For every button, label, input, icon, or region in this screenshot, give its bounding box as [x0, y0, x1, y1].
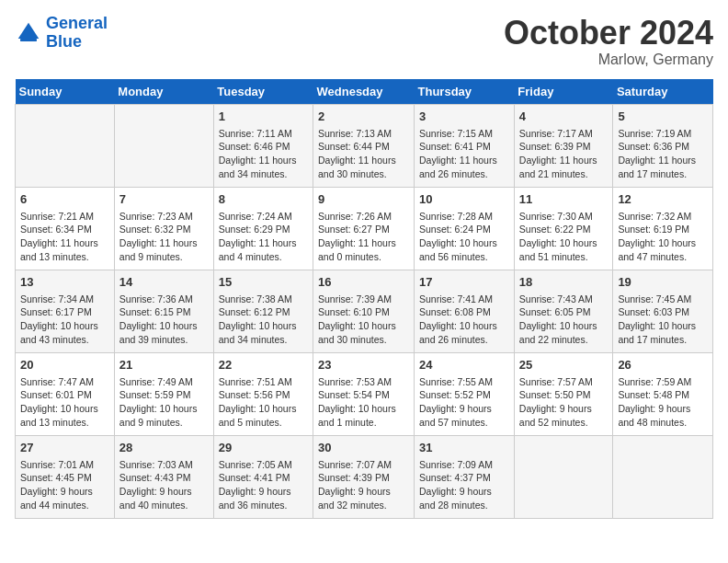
title-block: October 2024 Marlow, Germany — [504, 15, 713, 68]
day-number: 13 — [20, 274, 109, 291]
logo: General Blue — [15, 15, 108, 52]
cell-info: Sunrise: 7:03 AMSunset: 4:43 PMDaylight:… — [119, 458, 209, 512]
calendar-cell: 30 Sunrise: 7:07 AMSunset: 4:39 PMDaylig… — [313, 435, 415, 518]
calendar-cell: 5 Sunrise: 7:19 AMSunset: 6:36 PMDayligh… — [613, 104, 713, 187]
cell-info: Sunrise: 7:47 AMSunset: 6:01 PMDaylight:… — [20, 375, 109, 430]
location: Marlow, Germany — [504, 52, 713, 68]
calendar-cell: 26 Sunrise: 7:59 AMSunset: 5:48 PMDaylig… — [613, 352, 713, 435]
day-number: 22 — [219, 357, 308, 373]
cell-info: Sunrise: 7:59 AMSunset: 5:48 PMDaylight:… — [618, 375, 708, 430]
cell-info: Sunrise: 7:34 AMSunset: 6:17 PMDaylight:… — [20, 293, 109, 347]
day-number: 24 — [419, 357, 509, 373]
calendar-cell: 22 Sunrise: 7:51 AMSunset: 5:56 PMDaylig… — [213, 352, 313, 435]
cell-info: Sunrise: 7:11 AMSunset: 6:46 PMDaylight:… — [219, 127, 308, 181]
calendar-cell: 17 Sunrise: 7:41 AMSunset: 6:08 PMDaylig… — [415, 270, 515, 352]
day-number: 28 — [119, 440, 209, 456]
day-number: 8 — [219, 191, 308, 208]
day-number: 2 — [318, 109, 409, 125]
cell-info: Sunrise: 7:41 AMSunset: 6:08 PMDaylight:… — [419, 293, 509, 347]
calendar-cell: 18 Sunrise: 7:43 AMSunset: 6:05 PMDaylig… — [514, 270, 613, 352]
calendar-cell: 9 Sunrise: 7:26 AMSunset: 6:27 PMDayligh… — [313, 187, 415, 270]
day-number: 31 — [419, 440, 509, 456]
cell-info: Sunrise: 7:38 AMSunset: 6:12 PMDaylight:… — [219, 293, 308, 347]
calendar-week-row: 27 Sunrise: 7:01 AMSunset: 4:45 PMDaylig… — [16, 435, 713, 518]
cell-info: Sunrise: 7:01 AMSunset: 4:45 PMDaylight:… — [20, 458, 109, 512]
calendar-cell — [16, 104, 115, 187]
day-number: 19 — [618, 274, 708, 291]
cell-info: Sunrise: 7:24 AMSunset: 6:29 PMDaylight:… — [219, 210, 308, 264]
calendar-cell: 23 Sunrise: 7:53 AMSunset: 5:54 PMDaylig… — [313, 352, 415, 435]
cell-info: Sunrise: 7:19 AMSunset: 6:36 PMDaylight:… — [618, 127, 708, 181]
day-number: 14 — [119, 274, 209, 291]
calendar-cell: 25 Sunrise: 7:57 AMSunset: 5:50 PMDaylig… — [514, 352, 613, 435]
calendar-cell: 11 Sunrise: 7:30 AMSunset: 6:22 PMDaylig… — [514, 187, 613, 270]
cell-info: Sunrise: 7:09 AMSunset: 4:37 PMDaylight:… — [419, 458, 509, 512]
calendar-cell: 1 Sunrise: 7:11 AMSunset: 6:46 PMDayligh… — [213, 104, 313, 187]
calendar-cell: 4 Sunrise: 7:17 AMSunset: 6:39 PMDayligh… — [514, 104, 613, 187]
cell-info: Sunrise: 7:53 AMSunset: 5:54 PMDaylight:… — [318, 375, 409, 430]
svg-marker-0 — [18, 23, 40, 39]
day-number: 17 — [419, 274, 509, 291]
day-number: 29 — [219, 440, 308, 456]
calendar-cell: 31 Sunrise: 7:09 AMSunset: 4:37 PMDaylig… — [415, 435, 515, 518]
svg-rect-1 — [20, 39, 37, 41]
cell-info: Sunrise: 7:55 AMSunset: 5:52 PMDaylight:… — [419, 375, 509, 430]
calendar-cell — [613, 435, 713, 518]
cell-info: Sunrise: 7:13 AMSunset: 6:44 PMDaylight:… — [318, 127, 409, 181]
day-number: 1 — [219, 109, 308, 125]
day-number: 18 — [519, 274, 609, 291]
calendar-cell: 14 Sunrise: 7:36 AMSunset: 6:15 PMDaylig… — [114, 270, 213, 352]
day-number: 7 — [119, 191, 209, 208]
calendar-week-row: 1 Sunrise: 7:11 AMSunset: 6:46 PMDayligh… — [16, 104, 713, 187]
day-number: 6 — [20, 191, 109, 208]
logo-icon — [15, 19, 42, 47]
day-header: Saturday — [613, 79, 713, 105]
calendar-cell: 21 Sunrise: 7:49 AMSunset: 5:59 PMDaylig… — [114, 352, 213, 435]
cell-info: Sunrise: 7:39 AMSunset: 6:10 PMDaylight:… — [318, 293, 409, 347]
header-row: SundayMondayTuesdayWednesdayThursdayFrid… — [16, 79, 713, 105]
calendar-cell: 6 Sunrise: 7:21 AMSunset: 6:34 PMDayligh… — [16, 187, 115, 270]
calendar-cell: 24 Sunrise: 7:55 AMSunset: 5:52 PMDaylig… — [415, 352, 515, 435]
day-number: 30 — [318, 440, 409, 456]
cell-info: Sunrise: 7:30 AMSunset: 6:22 PMDaylight:… — [519, 210, 609, 264]
day-number: 25 — [519, 357, 609, 373]
day-number: 11 — [519, 191, 609, 208]
calendar-cell: 3 Sunrise: 7:15 AMSunset: 6:41 PMDayligh… — [415, 104, 515, 187]
calendar-cell: 29 Sunrise: 7:05 AMSunset: 4:41 PMDaylig… — [213, 435, 313, 518]
cell-info: Sunrise: 7:32 AMSunset: 6:19 PMDaylight:… — [618, 210, 708, 264]
calendar-cell: 2 Sunrise: 7:13 AMSunset: 6:44 PMDayligh… — [313, 104, 415, 187]
day-header: Monday — [114, 79, 213, 105]
calendar-cell: 13 Sunrise: 7:34 AMSunset: 6:17 PMDaylig… — [16, 270, 115, 352]
cell-info: Sunrise: 7:21 AMSunset: 6:34 PMDaylight:… — [20, 210, 109, 264]
cell-info: Sunrise: 7:57 AMSunset: 5:50 PMDaylight:… — [519, 375, 609, 430]
day-number: 15 — [219, 274, 308, 291]
cell-info: Sunrise: 7:43 AMSunset: 6:05 PMDaylight:… — [519, 293, 609, 347]
day-number: 27 — [20, 440, 109, 456]
day-header: Wednesday — [313, 79, 415, 105]
day-number: 5 — [618, 109, 708, 125]
cell-info: Sunrise: 7:05 AMSunset: 4:41 PMDaylight:… — [219, 458, 308, 512]
calendar-cell: 16 Sunrise: 7:39 AMSunset: 6:10 PMDaylig… — [313, 270, 415, 352]
cell-info: Sunrise: 7:07 AMSunset: 4:39 PMDaylight:… — [318, 458, 409, 512]
calendar-cell: 28 Sunrise: 7:03 AMSunset: 4:43 PMDaylig… — [114, 435, 213, 518]
calendar-cell: 8 Sunrise: 7:24 AMSunset: 6:29 PMDayligh… — [213, 187, 313, 270]
day-header: Friday — [514, 79, 613, 105]
cell-info: Sunrise: 7:28 AMSunset: 6:24 PMDaylight:… — [419, 210, 509, 264]
logo-text: General Blue — [46, 15, 108, 52]
calendar-week-row: 6 Sunrise: 7:21 AMSunset: 6:34 PMDayligh… — [16, 187, 713, 270]
day-number: 21 — [119, 357, 209, 373]
day-number: 26 — [618, 357, 708, 373]
calendar-cell — [514, 435, 613, 518]
cell-info: Sunrise: 7:23 AMSunset: 6:32 PMDaylight:… — [119, 210, 209, 264]
day-header: Sunday — [16, 79, 115, 105]
day-number: 10 — [419, 191, 509, 208]
calendar-cell: 7 Sunrise: 7:23 AMSunset: 6:32 PMDayligh… — [114, 187, 213, 270]
day-number: 23 — [318, 357, 409, 373]
day-header: Tuesday — [213, 79, 313, 105]
cell-info: Sunrise: 7:15 AMSunset: 6:41 PMDaylight:… — [419, 127, 509, 181]
cell-info: Sunrise: 7:49 AMSunset: 5:59 PMDaylight:… — [119, 375, 209, 430]
calendar-table: SundayMondayTuesdayWednesdayThursdayFrid… — [15, 79, 713, 519]
day-number: 9 — [318, 191, 409, 208]
calendar-cell: 19 Sunrise: 7:45 AMSunset: 6:03 PMDaylig… — [613, 270, 713, 352]
day-number: 3 — [419, 109, 509, 125]
